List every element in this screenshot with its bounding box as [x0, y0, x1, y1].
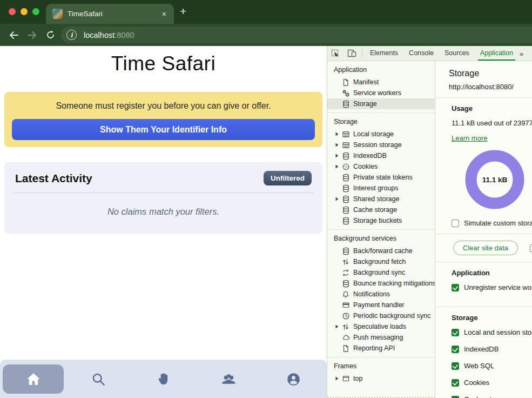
nav-search-button[interactable]	[68, 364, 129, 394]
window-controls	[9, 8, 39, 15]
toolbar-divider	[362, 49, 362, 58]
usage-text: 11.1 kB used out of 239779	[452, 119, 532, 127]
database-icon	[341, 184, 350, 193]
storage-panel-title: Storage	[449, 69, 532, 78]
section-title: Storage	[327, 113, 435, 129]
panel-section-storage: StorageLocal and session storageIndexedD…	[435, 307, 532, 398]
sidebar-item-cache-storage[interactable]: Cache storage	[327, 204, 435, 215]
device-toolbar-icon[interactable]	[344, 47, 360, 61]
sidebar-item-storage-buckets[interactable]: Storage buckets	[327, 215, 435, 226]
expander-icon[interactable]	[335, 132, 341, 136]
expander-icon[interactable]	[335, 154, 341, 158]
web-sql-checkbox[interactable]	[452, 362, 459, 370]
sidebar-item-label: Cache storage	[353, 206, 397, 214]
panel-section-application: ApplicationUnregister service workers	[435, 262, 532, 307]
browser-tab[interactable]: TimeSafari ×	[46, 4, 174, 24]
sidebar-item-back-forward-cache[interactable]: Back/forward cache	[327, 246, 435, 256]
sidebar-item-label: Payment handler	[353, 301, 405, 309]
close-tab-icon[interactable]: ×	[161, 10, 167, 18]
sidebar-item-session-storage[interactable]: Session storage	[327, 140, 435, 150]
hand-icon	[157, 372, 170, 387]
sidebar-item-push-messaging[interactable]: Push messaging	[327, 332, 435, 343]
clear-site-data-button[interactable]: Clear site data	[453, 241, 518, 255]
new-tab-button[interactable]: +	[180, 5, 186, 18]
sidebar-item-speculative-loads[interactable]: Speculative loads	[327, 321, 435, 332]
url-text: localhost:8080	[84, 31, 134, 39]
nav-people-button[interactable]	[198, 364, 259, 394]
sidebar-item-private-state-tokens[interactable]: Private state tokens	[327, 172, 435, 183]
clear-site-data-row: Clear site data including third-party co…	[435, 234, 532, 262]
simulate-quota-label: Simulate custom storage quota	[464, 219, 532, 227]
database-icon	[341, 205, 350, 214]
sidebar-item-label: Speculative loads	[353, 323, 406, 330]
expander-icon[interactable]	[335, 324, 341, 329]
local-and-session-storage-checkbox[interactable]	[452, 329, 459, 336]
expander-icon[interactable]	[335, 143, 341, 147]
sidebar-section-application: ApplicationManifestService workersStorag…	[327, 61, 435, 113]
option-row-indexeddb: IndexedDB	[452, 345, 532, 353]
unregister-service-workers-checkbox[interactable]	[452, 284, 459, 291]
inspect-element-icon[interactable]	[327, 47, 344, 61]
sidebar-item-reporting-api[interactable]: Reporting API	[327, 343, 435, 354]
sidebar-item-local-storage[interactable]: Local storage	[327, 129, 435, 140]
sidebar-item-manifest[interactable]: Manifest	[327, 77, 435, 88]
devtools-tab-console[interactable]: Console	[403, 46, 439, 61]
nav-home-button[interactable]	[3, 364, 64, 394]
simulate-quota-row: Simulate custom storage quota	[452, 219, 532, 227]
back-button[interactable]	[4, 27, 23, 43]
forward-button[interactable]	[23, 27, 41, 43]
address-bar[interactable]: i localhost:8080	[61, 26, 532, 43]
sidebar-item-label: Local storage	[353, 130, 394, 138]
sidebar-item-background-sync[interactable]: Background sync	[327, 267, 435, 278]
devtools-tab-elements[interactable]: Elements	[365, 46, 403, 61]
sidebar-item-periodic-background-sync[interactable]: Periodic background sync	[327, 310, 435, 321]
sidebar-item-cookies[interactable]: Cookies	[327, 161, 435, 172]
site-info-icon[interactable]: i	[66, 30, 77, 40]
timesafari-favicon	[52, 9, 63, 19]
zoom-window-button[interactable]	[32, 8, 39, 15]
devtools: ElementsConsoleSourcesApplication » Appl…	[327, 46, 532, 398]
sidebar-item-payment-handler[interactable]: Payment handler	[327, 300, 435, 310]
third-party-cookies-checkbox[interactable]	[530, 244, 532, 252]
sidebar-item-label: Session storage	[353, 141, 402, 149]
url-port: :8080	[115, 31, 134, 39]
expander-icon[interactable]	[335, 164, 341, 169]
sidebar-item-top[interactable]: top	[327, 373, 435, 384]
database-icon	[341, 151, 350, 160]
nav-person-button[interactable]	[263, 364, 324, 394]
updown-icon	[341, 257, 350, 266]
learn-more-link[interactable]: Learn more	[452, 134, 487, 142]
minimize-window-button[interactable]	[21, 8, 28, 15]
cache-storage-checkbox[interactable]	[452, 396, 459, 398]
people-icon	[220, 373, 237, 386]
nav-hand-button[interactable]	[133, 364, 194, 394]
show-identifier-info-button[interactable]: Show Them Your Identifier Info	[12, 119, 315, 140]
registration-alert: Someone must register you before you can…	[4, 92, 322, 147]
latest-activity-heading: Latest Activity	[15, 172, 92, 185]
sidebar-item-bounce-tracking-mitigations[interactable]: Bounce tracking mitigations	[327, 278, 435, 289]
sidebar-item-indexeddb[interactable]: IndexedDB	[327, 150, 435, 161]
devtools-toolbar: ElementsConsoleSourcesApplication »	[327, 46, 532, 61]
sidebar-item-service-workers[interactable]: Service workers	[327, 88, 435, 98]
database-icon	[341, 279, 350, 288]
expander-icon[interactable]	[335, 376, 341, 381]
sidebar-item-shared-storage[interactable]: Shared storage	[327, 194, 435, 204]
sidebar-item-storage[interactable]: Storage	[327, 98, 435, 109]
sidebar-item-label: Service workers	[353, 89, 401, 97]
unfiltered-button[interactable]: Unfiltered	[264, 171, 312, 185]
cookies-checkbox[interactable]	[452, 379, 459, 387]
sidebar-item-background-fetch[interactable]: Background fetch	[327, 256, 435, 267]
sidebar-item-notifications[interactable]: Notifications	[327, 289, 435, 300]
devtools-tab-sources[interactable]: Sources	[439, 46, 475, 61]
sidebar-item-interest-groups[interactable]: Interest groups	[327, 183, 435, 194]
simulate-quota-checkbox[interactable]	[452, 220, 459, 227]
close-window-button[interactable]	[9, 8, 16, 15]
more-tabs-icon[interactable]: »	[520, 49, 523, 58]
devtools-tab-application[interactable]: Application	[475, 46, 518, 61]
usage-donut-chart: 11.1 kB	[465, 150, 524, 209]
indexeddb-checkbox[interactable]	[452, 346, 459, 353]
section-title: Frames	[327, 357, 435, 373]
expander-icon[interactable]	[335, 197, 341, 201]
sidebar-item-label: Private state tokens	[353, 174, 413, 181]
reload-button[interactable]	[41, 27, 59, 43]
